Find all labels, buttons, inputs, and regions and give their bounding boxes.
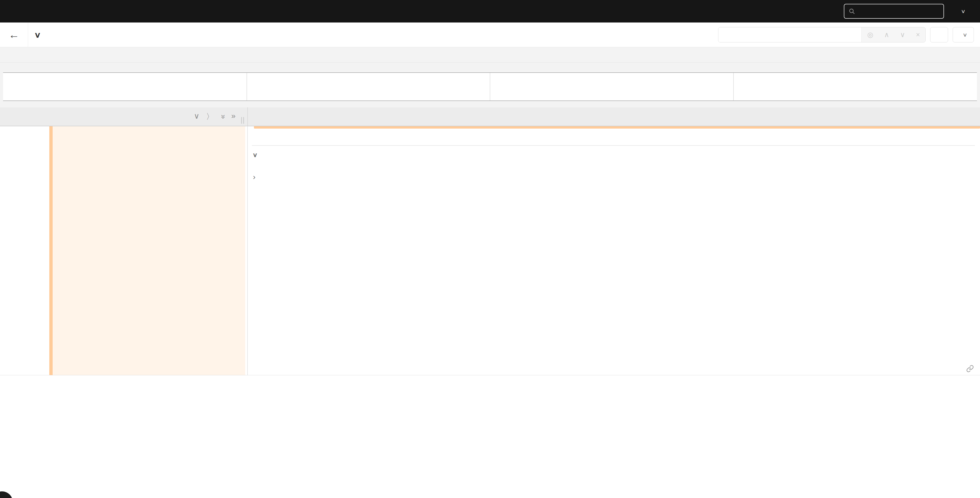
- timeline-minimap[interactable]: [3, 72, 977, 101]
- column-resize-handle[interactable]: [241, 117, 245, 124]
- top-nav: ∨: [0, 0, 980, 22]
- find-input[interactable]: [718, 27, 861, 42]
- chevron-down-icon: ∨: [252, 152, 258, 158]
- span-detail-row: ∨ ›: [0, 126, 980, 375]
- find-prev-icon[interactable]: ∧: [884, 31, 889, 39]
- trace-id-search-input[interactable]: [858, 7, 939, 15]
- tree-controls: ∨ 〉 » »: [194, 112, 235, 122]
- service-operation-header: ∨ 〉 » »: [0, 107, 248, 126]
- timeline-axis: [248, 107, 980, 126]
- locate-icon[interactable]: ◎: [867, 31, 873, 39]
- arrow-left-icon: ←: [9, 29, 19, 41]
- process-section[interactable]: ›: [252, 172, 975, 181]
- back-button[interactable]: ←: [0, 22, 28, 47]
- chevron-right-icon: ›: [253, 172, 256, 181]
- expand-one-icon[interactable]: 〉: [206, 112, 214, 122]
- service-color-bar: [49, 126, 52, 375]
- trace-view-selector[interactable]: ∨: [953, 27, 974, 42]
- trace-id-search[interactable]: [844, 4, 944, 19]
- detail-row-tint: [52, 126, 245, 375]
- search-icon: [848, 7, 855, 15]
- timeline-minimap-section: [0, 63, 980, 107]
- chevron-down-icon: ∨: [961, 8, 966, 14]
- trace-stats-bar: [0, 47, 980, 63]
- span-detail-accent-bar: [254, 126, 980, 129]
- tags-section-toggle[interactable]: ∨: [253, 150, 975, 159]
- collapse-one-icon[interactable]: ∨: [194, 112, 199, 122]
- minimap-tick-labels: [3, 64, 977, 72]
- collapse-all-icon[interactable]: »: [217, 115, 228, 119]
- trace-header-controls: ◎ ∧ ∨ × ∨: [718, 27, 974, 42]
- link-icon[interactable]: [966, 365, 974, 372]
- about-jaeger-menu[interactable]: ∨: [958, 8, 965, 14]
- span-grid-header: ∨ 〉 » »: [0, 107, 980, 126]
- span-id-footer: [961, 365, 974, 372]
- span-detail-left-column: [0, 126, 248, 375]
- find-controls: ◎ ∧ ∨ ×: [861, 27, 925, 42]
- collapse-trace-icon[interactable]: ∨: [34, 30, 41, 39]
- clear-find-icon[interactable]: ×: [916, 31, 920, 39]
- find-group: ◎ ∧ ∨ ×: [718, 27, 926, 42]
- span-detail-panel: ∨ ›: [248, 126, 980, 375]
- divider: [252, 145, 975, 146]
- chevron-down-icon: ∨: [963, 32, 967, 38]
- keyboard-shortcuts-button[interactable]: [930, 27, 948, 42]
- find-next-icon[interactable]: ∨: [900, 31, 905, 39]
- expand-all-icon[interactable]: »: [231, 112, 235, 122]
- floating-button-partial[interactable]: [0, 492, 13, 498]
- trace-header: ← ∨ ◎ ∧ ∨ × ∨: [0, 22, 980, 47]
